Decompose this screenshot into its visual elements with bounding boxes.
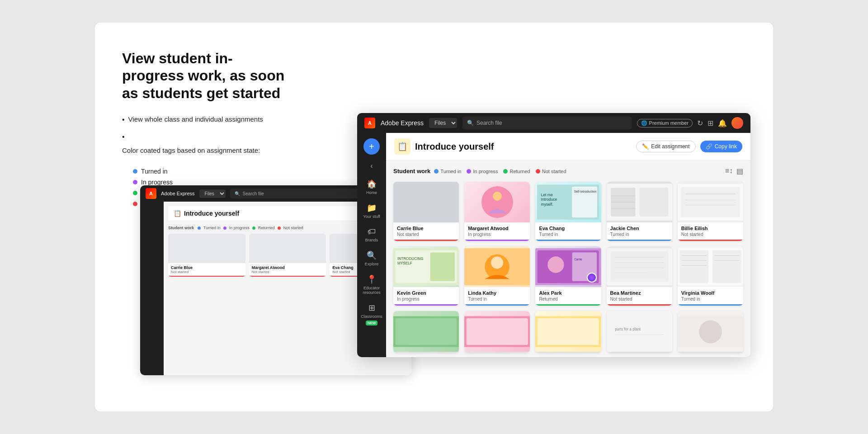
dot-turned-in (133, 169, 137, 174)
student-card-row3-2[interactable] (464, 311, 530, 353)
sidebar-item-brands[interactable]: 🏷 Brands (360, 224, 383, 245)
legend-in-progress: In progress (467, 169, 498, 174)
status-bar-margaret (464, 240, 530, 241)
card-thumb-carrie (393, 182, 459, 222)
assignment-icon: 📋 (394, 138, 410, 155)
status-bar-row3-1 (393, 352, 459, 353)
card-info-margaret: Margaret Atwood In progress (464, 222, 530, 240)
grid-icon[interactable]: ⊞ (708, 119, 713, 127)
student-card-kevin[interactable]: INTRODUCING MYSELF Kevin Green In progre… (393, 246, 459, 306)
card-info-bea: Bea Martinez Not started (607, 287, 672, 304)
student-card-virginia[interactable]: Virginia Woolf Turned in (678, 246, 743, 306)
sidebar-item-home[interactable]: 🏠 Home (360, 176, 383, 198)
bell-icon[interactable]: 🔔 (718, 119, 727, 127)
svg-point-56 (699, 320, 722, 343)
kevin-illustration: INTRODUCING MYSELF (393, 246, 459, 287)
files-dropdown[interactable]: Files (429, 118, 457, 128)
card-info-kevin: Kevin Green In progress (393, 287, 459, 304)
content-area: + ‹ 🏠 Home 📁 Your stuff 🏷 Brands 🔍 Explo… (357, 133, 750, 357)
student-card-carrie-blue[interactable]: Carrie Blue Not started (393, 182, 459, 241)
svg-text:Self-Introduction: Self-Introduction (574, 190, 597, 193)
card-thumb-margaret (464, 182, 530, 222)
card-name-carrie: Carrie Blue (397, 226, 455, 231)
card-status-bea: Not started (610, 297, 669, 302)
svg-text:Carrie: Carrie (575, 258, 583, 261)
legend-returned: Returned (503, 169, 530, 174)
sidebar-item-classrooms[interactable]: ⊞ Classrooms NEW (360, 300, 383, 328)
svg-rect-15 (681, 187, 740, 217)
status-bar-row3-2 (464, 352, 530, 353)
status-bar-carrie (393, 240, 459, 241)
bg-info-2: Margaret Atwood Not started (249, 263, 326, 276)
student-card-bea[interactable]: Bea Martinez Not started (607, 246, 672, 306)
home-icon: 🏠 (367, 179, 377, 189)
student-card-eva[interactable]: Let me Introduce myself. Self-Introducti… (535, 182, 601, 241)
app-name-label: Adobe Express (381, 119, 424, 127)
student-card-row3-5[interactable] (678, 311, 743, 353)
student-card-margaret[interactable]: Margaret Atwood In progress (464, 182, 530, 241)
student-card-alex-park[interactable]: Carrie Alex Park Returned (535, 246, 601, 306)
fab-create-button[interactable]: + (363, 138, 380, 155)
student-card-row3-4[interactable]: parts for a plant (607, 311, 672, 353)
svg-text:myself.: myself. (541, 202, 553, 207)
status-bar-virginia (678, 304, 743, 306)
svg-text:MYSELF: MYSELF (397, 261, 412, 265)
chevron-left-icon[interactable]: ‹ (370, 162, 373, 170)
card-info-virginia: Virginia Woolf Turned in (678, 287, 743, 304)
legend-not-started: Not started (536, 169, 566, 174)
svg-rect-51 (538, 318, 599, 345)
bg-student-work-label: Student work (168, 226, 194, 230)
student-card-jackie[interactable]: Jackie Chen Turned in (607, 182, 672, 241)
svg-point-26 (491, 256, 503, 269)
student-card-row3-3[interactable] (535, 311, 601, 353)
billie-illustration (678, 182, 743, 222)
card-status-jackie: Turned in (610, 232, 669, 237)
list-sort-icon[interactable]: ≡↕ (725, 167, 733, 175)
dot-in-progress (133, 180, 137, 184)
bg-bar-2 (249, 276, 326, 277)
refresh-icon[interactable]: ↻ (697, 119, 703, 127)
student-card-row3-1[interactable] (393, 311, 459, 353)
assignment-title: Introduce yourself (415, 142, 494, 152)
student-grid-row2: INTRODUCING MYSELF Kevin Green In progre… (393, 246, 743, 306)
student-card-linda[interactable]: Linda Kathy Turned in (464, 246, 530, 306)
card-thumb-row3-4: parts for a plant (607, 311, 672, 352)
svg-point-1 (493, 192, 502, 201)
legend-dot-blue (434, 169, 439, 174)
bg-thumb-1 (168, 234, 245, 263)
legend-dot-green (503, 169, 508, 174)
card-status-virginia: Turned in (681, 297, 740, 302)
bg-files-dropdown[interactable]: Files (199, 189, 226, 198)
bg-name-2: Margaret Atwood (252, 265, 324, 270)
copy-link-button[interactable]: 🔗 Copy link (700, 141, 742, 152)
card-thumb-row3-5 (678, 311, 743, 352)
edit-assignment-button[interactable]: ✏️ Edit assignment (636, 141, 695, 152)
student-work-label: Student work (393, 168, 430, 175)
user-avatar[interactable] (731, 117, 743, 129)
sidebar-item-educator-resources[interactable]: 📍 Educator resources (360, 272, 383, 297)
bg-dot-turned-in (198, 226, 201, 230)
bullet-item-1: View whole class and individual assignme… (122, 114, 285, 125)
bg-dot-in-progress (223, 226, 226, 230)
card-info-jackie: Jackie Chen Turned in (607, 222, 672, 240)
status-bar-row3-4 (607, 352, 672, 353)
card-status-carrie: Not started (397, 232, 455, 237)
search-bar[interactable]: 🔍 Search file (462, 117, 632, 129)
edit-icon: ✏️ (642, 143, 649, 150)
bullet-item-2: Color coated tags based on assignment st… (122, 132, 285, 155)
svg-rect-49 (467, 318, 528, 345)
bg-card-1: Carrie Blue Not started (168, 234, 245, 277)
sidebar-item-yourstuff[interactable]: 📁 Your stuff (360, 200, 383, 222)
outer-card: View student in-progress work, as soon a… (95, 23, 773, 411)
status-bar-linda (464, 304, 530, 306)
bg-sidebar (140, 202, 164, 375)
status-bar-row3-5 (678, 352, 743, 353)
bg-assignment-icon: 📋 (174, 210, 181, 217)
bg-assignment-title: Introduce yourself (184, 210, 239, 217)
student-card-billie[interactable]: Billie Eilish Not started (678, 182, 743, 241)
dot-returned (133, 191, 137, 195)
link-icon: 🔗 (706, 143, 712, 150)
topbar: A Adobe Express Files 🔍 Search file 🌐 Pr… (357, 113, 750, 133)
grid-view-icon[interactable]: ▤ (736, 167, 743, 175)
sidebar-item-explore[interactable]: 🔍 Explore (360, 248, 383, 269)
